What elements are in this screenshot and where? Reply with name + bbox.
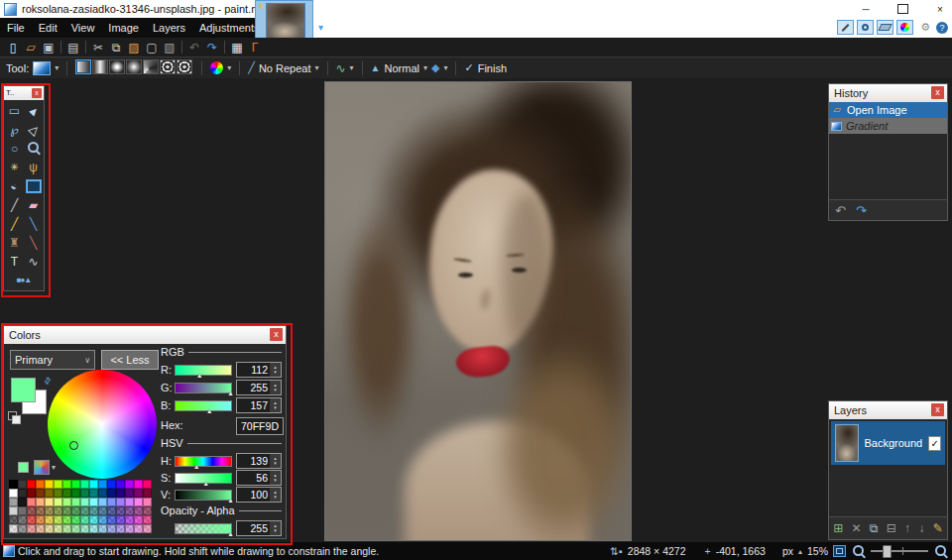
palette-swatch[interactable] [9,480,18,489]
gradient-type-diamond[interactable] [109,59,125,74]
menu-file[interactable]: File [0,18,32,38]
palette-swatch[interactable] [89,506,98,515]
slider-track-s[interactable]: ▲ [175,473,232,484]
tools-panel-toggle[interactable] [837,20,854,35]
palette-swatch[interactable] [54,498,62,506]
history-close-icon[interactable]: x [931,86,944,99]
palette-menu-chevron-icon[interactable]: ▾ [52,463,56,472]
palette-swatch[interactable] [71,515,80,524]
palette-swatch[interactable] [45,524,54,533]
cut-icon[interactable]: ✂ [89,39,107,56]
spin-arrows-a[interactable]: ▴▾ [270,521,281,535]
palette-swatch[interactable] [62,489,71,498]
palette-swatch[interactable] [125,515,134,524]
palette-swatch[interactable] [9,506,18,515]
spin-arrows-h[interactable]: ▴▾ [270,454,281,468]
palette-current-swatch[interactable] [18,462,29,473]
palette-swatch[interactable] [9,515,18,524]
tool-shapes[interactable]: ■●▲ [5,271,43,289]
menu-view[interactable]: View [64,18,102,38]
spinbox-g[interactable]: 255▴▾ [236,380,282,395]
palette-swatch[interactable] [134,515,143,524]
palette-swatch[interactable] [134,524,143,533]
minimize-button-icon[interactable]: ─ [860,4,872,15]
tool-chevron-icon[interactable]: ▾ [55,63,59,72]
palette-swatch[interactable] [45,498,54,506]
palette-swatch[interactable] [71,498,80,506]
colors-panel-toggle[interactable] [896,20,913,35]
palette-swatch[interactable] [125,524,134,533]
palette-swatch[interactable] [89,524,98,533]
close-button-icon[interactable]: × [934,4,946,15]
hex-input[interactable]: 70FF9D [236,417,284,435]
spin-arrows-v[interactable]: ▴▾ [270,488,281,502]
tool-eraser[interactable]: ▰ [24,195,43,214]
layers-close-icon[interactable]: x [931,403,944,416]
interpolation-chevron-icon[interactable]: ▾ [350,63,354,72]
spin-arrows-b[interactable]: ▴▾ [270,398,281,412]
slider-track-r[interactable]: ▲ [175,365,232,376]
tool-pan[interactable]: ψ [24,158,43,176]
palette-swatch[interactable] [116,506,125,515]
spinbox-b[interactable]: 157▴▾ [236,397,282,413]
help-icon[interactable]: ? [936,22,948,34]
interpolation-icon[interactable]: ∿ [336,61,346,75]
tool-magic-wand[interactable]: ✳ [5,158,24,176]
open-file-icon[interactable]: ▱ [22,39,40,56]
palette-swatch[interactable] [107,524,116,533]
palette-swatch[interactable] [71,506,80,515]
palette-swatch[interactable] [62,498,71,506]
palette-swatch[interactable] [143,506,152,515]
palette-swatch[interactable] [89,489,98,498]
antialiasing-icon[interactable]: ▲ [371,62,381,73]
spinbox-r[interactable]: 112▴▾ [236,362,282,378]
slider-thumb-r[interactable]: ▲ [196,372,203,379]
palette-swatch[interactable] [107,515,116,524]
layer-visibility-checkbox[interactable]: ✓ [928,436,941,451]
palette-swatch[interactable] [116,489,125,498]
zoom-level-value[interactable]: 15% [807,545,828,557]
palette-swatch[interactable] [98,489,107,498]
rulers-icon[interactable]: Γ [246,39,264,56]
zoom-out-icon[interactable] [851,544,866,559]
alpha-blend-icon[interactable]: ◆ [431,61,439,74]
palette-swatch[interactable] [9,498,18,506]
palette-swatch[interactable] [107,498,116,506]
spin-arrows-g[interactable]: ▴▾ [270,381,281,394]
canvas-image[interactable] [324,81,632,541]
primary-color-swatch[interactable] [11,378,36,402]
units-select[interactable]: px [782,545,793,557]
palette-swatch[interactable] [125,480,134,489]
palette-swatch[interactable] [71,524,80,533]
spinbox-s[interactable]: 56▴▾ [236,470,282,486]
palette-swatch[interactable] [54,489,62,498]
palette-swatch[interactable] [80,489,89,498]
palette-swatch[interactable] [143,524,152,533]
palette-swatch[interactable] [107,489,116,498]
slider-track-v[interactable]: ▲ [175,490,232,501]
palette-swatch[interactable] [62,524,71,533]
color-channels-icon[interactable] [210,61,223,74]
repeat-mode-label[interactable]: No Repeat [259,62,311,74]
colors-titlebar[interactable]: Colors x [4,326,286,344]
palette-swatch[interactable] [45,506,54,515]
history-item-open-image[interactable]: ▱Open Image [829,102,947,118]
tool-pencil[interactable]: ╱ [5,214,24,233]
palette-swatch[interactable] [27,480,36,489]
palette-swatch[interactable] [134,480,143,489]
gradient-type-conical[interactable] [143,59,159,74]
reset-colors-icon2[interactable] [12,415,21,424]
palette-swatch[interactable] [54,480,62,489]
zoom-slider-thumb[interactable] [883,545,892,558]
history-panel-toggle[interactable] [857,20,874,35]
palette-swatch[interactable] [98,515,107,524]
palette-swatch[interactable] [80,480,89,489]
paste-icon[interactable]: ▨ [125,39,143,56]
palette-swatch[interactable] [45,515,54,524]
history-redo-icon[interactable]: ↷ [856,203,867,218]
current-tool-icon[interactable] [33,61,51,75]
slider-track-b[interactable]: ▲ [175,400,232,411]
settings-gear-icon[interactable]: ⚙ [920,21,930,34]
spin-arrows-r[interactable]: ▴▾ [270,363,281,377]
palette-swatch[interactable] [89,498,98,506]
